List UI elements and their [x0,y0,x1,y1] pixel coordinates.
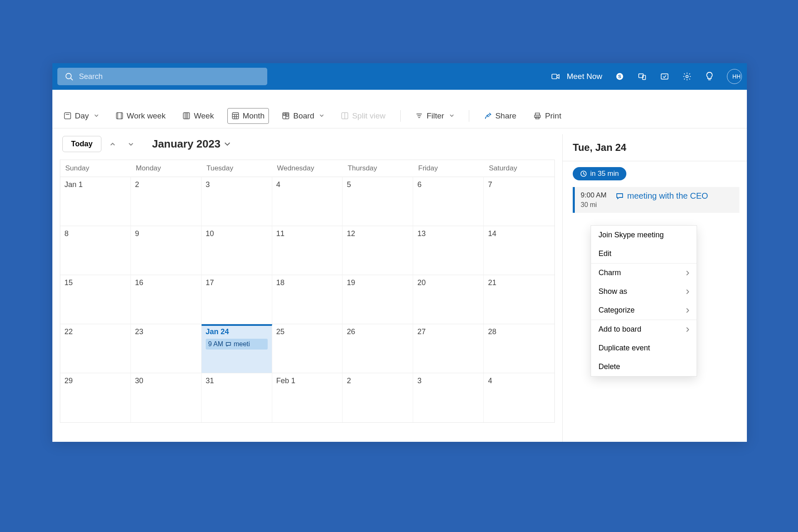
day-cell[interactable]: 17 [202,275,272,324]
view-month[interactable]: Month [227,108,269,124]
meet-now-button[interactable]: Meet Now [551,71,602,81]
today-button[interactable]: Today [62,136,101,152]
day-number: 4 [488,377,550,385]
day-cell[interactable]: 6 [413,177,484,226]
dow-cell: Sunday [60,160,131,177]
day-of-week-row: SundayMondayTuesdayWednesdayThursdayFrid… [60,160,554,177]
day-number: 8 [64,229,126,238]
search-input[interactable] [79,72,260,81]
menu-item-label: Charm [598,268,621,277]
menu-item-label: Add to board [598,325,641,334]
day-number: 16 [135,278,197,287]
chat-icon [225,341,232,347]
menu-item[interactable]: Categorize [591,301,697,320]
day-number: 21 [488,278,550,287]
menu-item[interactable]: Join Skype meeting [591,226,697,244]
filter-button[interactable]: Filter [411,108,458,123]
day-cell[interactable]: 30 [131,373,202,422]
devices-icon[interactable] [637,71,647,81]
day-cell[interactable]: 16 [131,275,202,324]
navbar-actions: Meet Now S HH [551,69,742,84]
view-board[interactable]: Board [278,108,328,123]
month-picker[interactable]: January 2023 [152,138,231,150]
day-cell[interactable]: 31 [202,373,272,422]
prev-month-button[interactable] [106,137,120,151]
day-cell[interactable]: 23 [131,324,202,373]
chevron-right-icon [686,271,689,276]
day-number: 9 [135,229,197,238]
day-number: 5 [347,180,409,189]
tasks-icon[interactable] [660,71,670,81]
skype-icon[interactable]: S [615,71,625,81]
tips-icon[interactable] [704,71,714,81]
view-day[interactable]: Day [60,108,103,123]
day-cell[interactable]: 27 [413,324,484,373]
day-cell[interactable]: 2 [131,177,202,226]
day-cell[interactable]: Jan 1 [60,177,131,226]
day-cell[interactable]: 4 [484,373,554,422]
day-cell[interactable]: 25 [272,324,343,373]
day-cell[interactable]: 5 [342,177,413,226]
event-chip[interactable]: 9 AMmeeti [206,339,268,350]
day-number: 18 [276,278,338,287]
share-icon [484,112,492,120]
settings-icon[interactable] [682,71,692,81]
day-cell[interactable]: 3 [202,177,272,226]
chevron-right-icon [686,289,689,294]
day-cell[interactable]: 28 [484,324,554,373]
day-cell[interactable]: 2 [342,373,413,422]
day-cell[interactable]: 10 [202,226,272,275]
day-cell[interactable]: 26 [342,324,413,373]
menu-item[interactable]: Duplicate event [591,339,697,357]
month-icon [232,112,239,119]
menu-item[interactable]: Show as [591,282,697,301]
avatar[interactable]: HH [727,69,742,84]
event-time: 9:00 AM [581,191,616,200]
separator [400,110,401,122]
day-cell[interactable]: 13 [413,226,484,275]
day-cell[interactable]: 14 [484,226,554,275]
day-cell[interactable]: Jan 249 AMmeeti [202,324,272,373]
svg-rect-12 [116,113,123,119]
day-cell[interactable]: 4 [272,177,343,226]
week-row: 2223Jan 249 AMmeeti25262728 [60,324,554,373]
print-button[interactable]: Print [530,108,565,123]
day-cell[interactable]: 9 [131,226,202,275]
day-number: 27 [417,328,479,336]
day-cell[interactable]: 18 [272,275,343,324]
svg-rect-19 [232,113,239,119]
day-cell[interactable]: 20 [413,275,484,324]
day-event[interactable]: 9:00 AM 30 mi meeting with the CEO [573,187,739,213]
svg-point-8 [686,75,688,78]
day-cell[interactable]: 3 [413,373,484,422]
menu-item-label: Categorize [598,306,635,315]
svg-rect-7 [661,74,668,79]
menu-item[interactable]: Edit [591,244,697,263]
share-button[interactable]: Share [480,108,521,123]
day-cell[interactable]: 8 [60,226,131,275]
menu-item[interactable]: Delete [591,357,697,376]
day-number: 2 [347,377,409,385]
day-cell[interactable]: 11 [272,226,343,275]
day-cell[interactable]: 19 [342,275,413,324]
day-cell[interactable]: 29 [60,373,131,422]
menu-item[interactable]: Add to board [591,320,697,339]
day-number: 2 [135,180,197,189]
day-panel-date: Tue, Jan 24 [563,134,747,161]
day-cell[interactable]: 21 [484,275,554,324]
next-month-button[interactable] [124,137,138,151]
day-cell[interactable]: 12 [342,226,413,275]
search-box[interactable] [57,68,267,85]
chevron-right-icon [686,308,689,313]
view-week[interactable]: Week [179,108,218,123]
meet-now-label: Meet Now [566,72,602,81]
day-cell[interactable]: 22 [60,324,131,373]
day-cell[interactable]: 15 [60,275,131,324]
day-number: 6 [417,180,479,189]
menu-item[interactable]: Charm [591,264,697,282]
dow-cell: Saturday [484,160,554,177]
split-view[interactable]: Split view [337,108,389,123]
day-cell[interactable]: 7 [484,177,554,226]
day-cell[interactable]: Feb 1 [272,373,343,422]
view-work-week[interactable]: Work week [112,108,170,123]
